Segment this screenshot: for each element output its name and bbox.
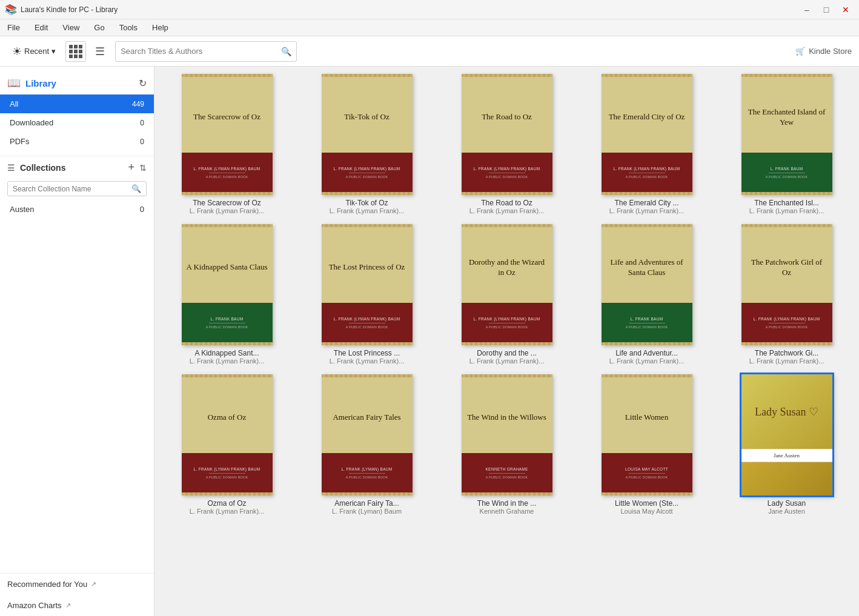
app-title: Laura's Kindle for PC - Library <box>21 5 118 14</box>
book-author-3: L. Frank (Lyman Frank)... <box>609 207 685 214</box>
austen-label: Austen <box>10 205 34 214</box>
add-collection-button[interactable]: + <box>128 161 134 174</box>
book-author-4: L. Frank (Lyman Frank)... <box>749 207 824 214</box>
book-item-13[interactable]: Little Women LOUISA MAY ALCOTT A PUBLIC … <box>582 374 712 515</box>
book-title-9: The Patchwork Gi... <box>755 349 818 357</box>
close-button[interactable]: ✕ <box>837 1 854 18</box>
kindle-store-link[interactable]: 🛒 Kindle Store <box>795 47 852 56</box>
downloaded-count: 0 <box>140 119 144 127</box>
search-icon: 🔍 <box>281 47 291 56</box>
book-item-6[interactable]: The Lost Princess of Oz L. FRANK (LYMAN … <box>302 224 432 365</box>
book-cover-8: Life and Adventures of Santa Claus L. FR… <box>602 224 692 345</box>
austen-count: 0 <box>140 205 144 214</box>
app-icon: 📚 <box>5 4 17 15</box>
book-title-1: Tik-Tok of Oz <box>345 199 388 207</box>
sidebar-collection-austen[interactable]: Austen 0 <box>0 201 154 217</box>
book-author-8: L. Frank (Lyman Frank)... <box>609 357 685 365</box>
collections-list-icon: ☰ <box>7 163 15 173</box>
book-item-4[interactable]: The Enchanted Island of Yew L. FRANK BAU… <box>721 74 852 214</box>
search-collection-box[interactable]: 🔍 <box>7 181 147 196</box>
book-cover-12: The Wind in the Willows KENNETH GRAHAME … <box>462 374 552 495</box>
book-cover-14: Lady Susan ♡ Jane Austen <box>741 374 832 495</box>
search-collection-icon: 🔍 <box>131 184 141 193</box>
menu-go[interactable]: Go <box>91 22 107 33</box>
sort-collections-icon[interactable]: ⇅ <box>139 163 147 173</box>
search-collection-input[interactable] <box>13 185 131 193</box>
menu-view[interactable]: View <box>60 22 82 33</box>
book-author-11: L. Frank (Lyman) Baum <box>332 508 402 515</box>
menu-help[interactable]: Help <box>150 22 171 33</box>
book-item-8[interactable]: Life and Adventures of Santa Claus L. FR… <box>582 224 712 365</box>
sidebar: 📖 Library ↻ All 449 Downloaded 0 PDFs 0 … <box>0 67 154 616</box>
book-cover-6: The Lost Princess of Oz L. FRANK (LYMAN … <box>322 224 413 345</box>
recent-button[interactable]: ☀ Recent ▾ <box>7 42 61 61</box>
book-title-8: Life and Adventur... <box>615 349 678 357</box>
menu-edit[interactable]: Edit <box>32 22 50 33</box>
menu-tools[interactable]: Tools <box>117 22 140 33</box>
amazon-charts-label: Amazon Charts <box>7 601 62 610</box>
kindle-store-label: Kindle Store <box>809 47 852 56</box>
pdfs-label: PDFs <box>10 137 30 146</box>
sidebar-item-all[interactable]: All 449 <box>0 94 154 113</box>
book-cover-7: Dorothy and the Wizard in Oz L. FRANK (L… <box>462 224 552 345</box>
book-item-12[interactable]: The Wind in the Willows KENNETH GRAHAME … <box>442 374 572 515</box>
minimize-button[interactable]: – <box>798 1 815 18</box>
book-item-9[interactable]: The Patchwork Girl of Oz L. FRANK (LYMAN… <box>721 224 852 365</box>
cart-icon: 🛒 <box>795 47 805 56</box>
search-input[interactable] <box>121 47 281 56</box>
book-item-14[interactable]: Lady Susan ♡ Jane Austen Lady Susan Jane… <box>721 374 852 515</box>
grid-view-button[interactable] <box>65 41 86 62</box>
book-author-14: Jane Austen <box>768 508 805 515</box>
book-author-6: L. Frank (Lyman Frank)... <box>330 357 405 365</box>
book-cover-3: The Emerald City of Oz L. FRANK (LYMAN F… <box>602 74 692 195</box>
book-author-0: L. Frank (Lyman Frank)... <box>190 207 265 214</box>
book-cover-10: Ozma of Oz L. FRANK (LYMAN FRANK) BAUM A… <box>182 374 273 495</box>
book-title-10: Ozma of Oz <box>207 499 246 508</box>
book-item-10[interactable]: Ozma of Oz L. FRANK (LYMAN FRANK) BAUM A… <box>162 374 292 515</box>
sidebar-header: 📖 Library ↻ <box>0 71 154 94</box>
refresh-icon[interactable]: ↻ <box>139 78 147 89</box>
recommended-label: Recommended for You <box>7 580 87 589</box>
book-item-3[interactable]: The Emerald City of Oz L. FRANK (LYMAN F… <box>582 74 712 214</box>
book-title-2: The Road to Oz <box>481 199 532 207</box>
toolbar-left: ☀ Recent ▾ ☰ <box>7 41 109 62</box>
search-box[interactable]: 🔍 <box>115 41 297 62</box>
book-cover-1: Tik-Tok of Oz L. FRANK (LYMAN FRANK) BAU… <box>322 74 413 195</box>
book-item-7[interactable]: Dorothy and the Wizard in Oz L. FRANK (L… <box>442 224 572 365</box>
all-label: All <box>10 99 18 108</box>
book-title-13: Little Women (Ste... <box>615 499 678 508</box>
book-item-11[interactable]: American Fairy Tales L. FRANK (LYMAN) BA… <box>302 374 432 515</box>
amazon-charts-link[interactable]: Amazon Charts ↗ <box>0 595 154 616</box>
collections-label: Collections <box>20 163 128 173</box>
book-cover-13: Little Women LOUISA MAY ALCOTT A PUBLIC … <box>602 374 692 495</box>
book-author-10: L. Frank (Lyman Frank)... <box>190 508 265 515</box>
book-author-2: L. Frank (Lyman Frank)... <box>469 207 545 214</box>
title-bar: 📚 Laura's Kindle for PC - Library – □ ✕ <box>0 0 859 19</box>
book-cover-4: The Enchanted Island of Yew L. FRANK BAU… <box>741 74 832 195</box>
book-item-0[interactable]: The Scarecrow of Oz L. FRANK (LYMAN FRAN… <box>162 74 292 214</box>
hamburger-button[interactable]: ☰ <box>91 42 109 61</box>
book-cover-2: The Road to Oz L. FRANK (LYMAN FRANK) BA… <box>462 74 552 195</box>
menu-file[interactable]: File <box>5 22 22 33</box>
book-author-13: Louisa May Alcott <box>620 508 672 515</box>
sidebar-item-pdfs[interactable]: PDFs 0 <box>0 132 154 151</box>
recommended-for-you-link[interactable]: Recommended for You ↗ <box>0 574 154 595</box>
book-item-1[interactable]: Tik-Tok of Oz L. FRANK (LYMAN FRANK) BAU… <box>302 74 432 214</box>
all-count: 449 <box>132 100 144 108</box>
book-author-7: L. Frank (Lyman Frank)... <box>469 357 545 365</box>
book-title-3: The Emerald City ... <box>614 199 678 207</box>
title-bar-controls: – □ ✕ <box>798 1 854 18</box>
book-cover-9: The Patchwork Girl of Oz L. FRANK (LYMAN… <box>741 224 832 345</box>
book-item-5[interactable]: A Kidnapped Santa Claus L. FRANK BAUM A … <box>162 224 292 365</box>
book-author-5: L. Frank (Lyman Frank)... <box>190 357 265 365</box>
book-title-12: The Wind in the ... <box>477 499 536 508</box>
maximize-button[interactable]: □ <box>818 1 835 18</box>
sidebar-item-downloaded[interactable]: Downloaded 0 <box>0 113 154 132</box>
book-item-2[interactable]: The Road to Oz L. FRANK (LYMAN FRANK) BA… <box>442 74 572 214</box>
sun-icon: ☀ <box>12 45 22 58</box>
book-title-7: Dorothy and the ... <box>477 349 537 357</box>
book-title-11: American Fairy Ta... <box>334 499 399 508</box>
main-content: The Scarecrow of Oz L. FRANK (LYMAN FRAN… <box>154 67 859 616</box>
book-cover-0: The Scarecrow of Oz L. FRANK (LYMAN FRAN… <box>182 74 273 195</box>
books-grid: The Scarecrow of Oz L. FRANK (LYMAN FRAN… <box>162 74 852 515</box>
